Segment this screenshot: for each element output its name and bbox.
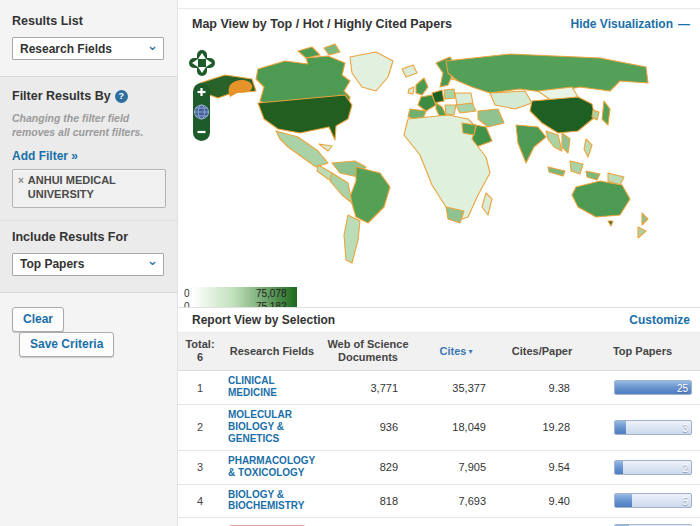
country-poland — [444, 89, 455, 99]
country-china — [530, 97, 595, 133]
choropleth-map-svg — [180, 35, 696, 285]
row-bar-value: 2 — [682, 461, 688, 475]
results-list-dropdown[interactable]: Research Fields ⌄ — [12, 37, 164, 60]
row-field-link[interactable]: BIOLOGY & BIOCHEMISTRY — [228, 489, 318, 513]
row-rank: 4 — [178, 495, 222, 507]
map-view-title: Map View by Top / Hot / Highly Cited Pap… — [192, 17, 452, 31]
country-balkans — [445, 105, 456, 115]
legend-max-label: 75,078 — [256, 287, 287, 300]
results-list-heading: Results List — [12, 14, 165, 28]
country-vietnam — [562, 133, 570, 153]
country-new-zealand-south — [638, 227, 646, 238]
visualization-panel: Map View by Top / Hot / Highly Cited Pap… — [178, 8, 700, 307]
row-bar-fill — [615, 494, 632, 507]
results-list-value: Research Fields — [20, 42, 112, 56]
world-map[interactable]: 0 75,078 0 75,182 — [178, 35, 700, 307]
map-legend: 0 75,078 0 75,182 — [184, 287, 297, 307]
visualization-header: Map View by Top / Hot / Highly Cited Pap… — [178, 9, 700, 35]
row-cites: 7,693 — [414, 495, 498, 507]
country-japan — [602, 101, 610, 125]
esi-app: Results List Research Fields ⌄ Filter Re… — [0, 0, 700, 526]
row-cites: 18,049 — [414, 421, 498, 433]
country-tasmania — [608, 221, 613, 226]
report-section: Report View by Selection Customize Total… — [178, 307, 700, 526]
country-indonesia-east — [586, 171, 600, 180]
filter-tag-label: ANHUI MEDICAL UNIVERSITY — [28, 174, 159, 202]
row-cites: 7,905 — [414, 461, 498, 473]
map-pan-control[interactable] — [188, 49, 216, 77]
row-field-link[interactable]: MOLECULAR BIOLOGY & GENETICS — [228, 409, 318, 444]
country-uk — [416, 78, 428, 95]
add-filter-link[interactable]: Add Filter » — [12, 149, 78, 163]
table-header-row: Total: 6 Research Fields Web of Science … — [178, 333, 700, 371]
country-philippines — [584, 139, 592, 157]
column-cites-per-paper: Cites/Paper — [498, 345, 586, 358]
customize-link[interactable]: Customize — [629, 313, 690, 327]
country-madagascar — [482, 193, 492, 215]
legend-max-label: 75,182 — [256, 300, 287, 307]
country-iran — [478, 109, 504, 127]
country-france — [418, 95, 436, 111]
filter-by-heading: Filter Results By? — [12, 89, 165, 103]
map-controls — [188, 49, 218, 142]
country-brazil — [350, 167, 390, 223]
minimize-icon: — — [678, 17, 690, 31]
country-russia — [446, 54, 648, 93]
country-iceland — [402, 65, 417, 77]
top-papers-bar: 2 — [614, 460, 692, 475]
country-usa — [258, 95, 352, 140]
country-indonesia — [548, 167, 565, 176]
country-cuba — [319, 144, 332, 151]
row-bar-value: 25 — [677, 381, 688, 395]
report-table-body: 1 CLINICAL MEDICINE 3,771 35,377 9.38 25… — [178, 371, 700, 526]
help-icon[interactable]: ? — [115, 90, 128, 103]
row-bar-value: 3 — [682, 421, 688, 435]
include-results-dropdown[interactable]: Top Papers ⌄ — [12, 253, 164, 276]
country-india — [516, 125, 546, 163]
table-row: 4 BIOLOGY & BIOCHEMISTRY 818 7,693 9.40 … — [178, 485, 700, 519]
country-borneo — [570, 161, 583, 174]
filter-note: Changing the filter field removes all cu… — [12, 112, 165, 139]
top-papers-bar: 5 — [614, 493, 692, 508]
row-cites-per-paper: 9.38 — [498, 382, 586, 394]
country-peru — [330, 173, 352, 203]
table-row: 1 CLINICAL MEDICINE 3,771 35,377 9.38 25 — [178, 371, 700, 405]
column-cites-sort[interactable]: Cites▾ — [414, 345, 498, 358]
country-kazakhstan — [490, 91, 532, 109]
table-row: 3 PHARMACOLOGY & TOXICOLOGY 829 7,905 9.… — [178, 451, 700, 485]
country-greenland — [350, 52, 393, 91]
legend-row-1: 0 75,078 — [184, 287, 297, 300]
row-docs: 829 — [322, 461, 414, 473]
country-argentina — [344, 215, 360, 263]
filter-section: Filter Results By? Changing the filter f… — [0, 77, 177, 221]
legend-gradient-bar: 75,182 — [193, 300, 297, 307]
legend-min-label: 0 — [184, 300, 190, 307]
row-cites-per-paper: 19.28 — [498, 421, 586, 433]
row-field-link[interactable]: CLINICAL MEDICINE — [228, 375, 318, 399]
row-docs: 818 — [322, 495, 414, 507]
clear-button[interactable]: Clear — [12, 307, 64, 332]
hide-visualization-link[interactable]: Hide Visualization— — [571, 17, 690, 31]
map-zoom-control[interactable] — [192, 82, 211, 142]
country-turkey — [456, 103, 476, 113]
column-research-fields: Research Fields — [222, 345, 322, 358]
globe-icon — [195, 105, 209, 119]
filter-tag[interactable]: × ANHUI MEDICAL UNIVERSITY — [12, 169, 166, 208]
column-wos-documents: Web of Science Documents — [322, 338, 414, 364]
country-mexico — [276, 131, 328, 167]
main-content: Map View by Top / Hot / Highly Cited Pap… — [178, 0, 700, 526]
table-row: 2 MOLECULAR BIOLOGY & GENETICS 936 18,04… — [178, 405, 700, 451]
column-total: Total: 6 — [178, 338, 222, 364]
row-rank: 1 — [178, 382, 222, 394]
save-criteria-button[interactable]: Save Criteria — [19, 332, 114, 357]
row-rank: 2 — [178, 421, 222, 433]
legend-gradient-bar: 75,078 — [193, 287, 297, 300]
row-bar-value: 5 — [682, 494, 688, 508]
country-australia — [572, 181, 630, 217]
row-cites: 35,377 — [414, 382, 498, 394]
row-cites-per-paper: 9.40 — [498, 495, 586, 507]
row-field-link[interactable]: PHARMACOLOGY & TOXICOLOGY — [228, 455, 318, 479]
country-arctic-islands — [298, 47, 320, 58]
row-rank: 3 — [178, 461, 222, 473]
remove-filter-icon[interactable]: × — [18, 175, 24, 202]
